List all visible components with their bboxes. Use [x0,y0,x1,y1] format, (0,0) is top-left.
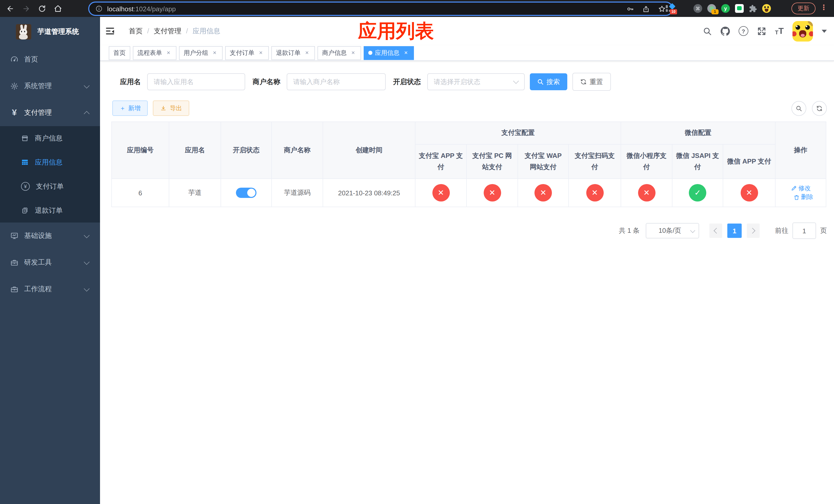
tab-merchant-info[interactable]: 商户信息 [317,46,361,60]
col-group-alipay: 支付宝配置 [415,122,621,144]
extensions-row: 10 ⌘ 1 y [666,0,771,17]
extensions-puzzle-icon[interactable] [749,4,757,13]
breadcrumb: 首页 / 支付管理 / 应用信息 [129,17,220,45]
edit-link[interactable]: 修改 [791,184,811,192]
close-icon[interactable] [258,49,264,56]
goto-page-input[interactable] [792,223,816,239]
search-button[interactable]: 搜索 [530,73,567,90]
info-icon[interactable] [95,5,103,12]
sidebar-item-refund-orders[interactable]: 退款订单 [0,199,100,223]
help-icon[interactable]: ? [739,26,748,36]
avatar-dropdown-caret-icon[interactable] [822,29,827,32]
active-dot-icon [368,51,372,55]
logo[interactable]: 芋道管理系统 [0,17,100,46]
app-name-input[interactable]: 请输入应用名 [147,73,245,90]
refresh-button[interactable] [812,101,827,116]
dashboard-icon [10,55,19,64]
pagination-total: 共 1 条 [619,226,640,235]
breadcrumb-home[interactable]: 首页 [129,26,142,36]
close-icon[interactable] [350,49,356,56]
toolbox-icon [10,258,19,267]
share-icon[interactable] [642,5,650,13]
cell-created: 2021-10-23 08:49:25 [323,179,415,207]
sidebar-fold-icon[interactable] [105,26,115,37]
export-button[interactable]: 导出 [153,100,189,116]
tab-user-group[interactable]: 用户分组 [179,46,223,60]
font-size-icon[interactable]: TT [775,27,784,36]
close-icon[interactable] [403,49,409,56]
tab-process-form[interactable]: 流程表单 [133,46,176,60]
sidebar-item-home[interactable]: 首页 [0,46,100,73]
cell-merchant: 芋道源码 [271,179,323,207]
add-button[interactable]: 新增 [112,100,148,116]
filter-label-merchant-name: 商户名称 [253,77,280,86]
key-icon[interactable] [626,5,634,13]
browser-menu-icon[interactable]: ⋮ [820,3,827,11]
download-icon [160,105,167,112]
sidebar: 芋道管理系统 首页 系统管理 ¥ 支付管理 [0,17,100,504]
sidebar-item-pay-orders[interactable]: ¥ 支付订单 [0,174,100,199]
col-header-merchant: 商户名称 [271,122,323,179]
tab-pay-orders[interactable]: 支付订单 [225,46,269,60]
bookmark-star-icon[interactable] [658,5,666,13]
user-avatar[interactable] [792,21,813,41]
extension-icon-2[interactable] [680,4,688,13]
home-icon[interactable] [54,4,62,13]
extension-icon-4[interactable]: 1 [707,4,716,13]
pencil-icon [791,185,797,191]
profile-avatar-icon[interactable] [762,4,771,13]
search-icon[interactable] [703,26,712,36]
reload-icon[interactable] [38,4,46,13]
search-icon [537,78,544,85]
next-page-button[interactable] [747,224,760,238]
col-header-name: 应用名 [169,122,221,179]
page-size-select[interactable]: 10条/页 [646,223,699,238]
tab-home[interactable]: 首页 [109,46,130,60]
table-grid-icon [21,158,29,166]
github-icon[interactable] [721,26,730,36]
merchant-name-input[interactable]: 请输入商户名称 [286,73,386,90]
sidebar-item-dev-tools[interactable]: 研发工具 [0,249,100,276]
monitor-chart-icon [10,232,19,240]
delete-link[interactable]: 删除 [793,193,813,202]
close-icon[interactable] [165,49,172,56]
sidebar-item-merchant-info[interactable]: 商户信息 [0,126,100,150]
url-bar[interactable]: localhost:1024/pay/app [88,2,673,16]
status-toggle[interactable] [236,188,257,198]
sidebar-item-payment[interactable]: ¥ 支付管理 [0,99,100,126]
extension-badge: 10 [670,9,677,14]
filter-label-app-name: 应用名 [120,77,141,86]
col-header-actions: 操作 [775,122,826,179]
close-icon[interactable] [211,49,218,56]
fullscreen-icon[interactable] [757,26,766,36]
col-header-status: 开启状态 [221,122,271,179]
hide-search-button[interactable] [791,101,806,116]
current-page-button[interactable]: 1 [727,224,742,238]
page-suffix-label: 页 [820,226,827,235]
back-icon[interactable] [6,4,14,13]
extension-icon-5[interactable]: y [721,4,730,13]
tab-refund-orders[interactable]: 退款订单 [271,46,315,60]
status-select[interactable]: 请选择开启状态 [427,73,524,90]
extension-icon-1[interactable]: 10 [666,4,675,13]
prev-page-button[interactable] [709,224,722,238]
extension-icon-3[interactable]: ⌘ [694,4,702,13]
col-header-wechat-jsapi: 微信 JSAPI 支付 [672,144,723,179]
sidebar-item-system[interactable]: 系统管理 [0,73,100,99]
sidebar-item-app-info[interactable]: 应用信息 [0,150,100,174]
col-header-wechat-app: 微信 APP 支付 [723,144,775,179]
sidebar-item-workflow[interactable]: 工作流程 [0,276,100,302]
chevron-left-icon [714,228,720,234]
chevron-down-icon [513,78,519,84]
browser-update-button[interactable]: 更新 [791,3,815,14]
extension-icon-6[interactable] [735,4,744,13]
reset-button[interactable]: 重置 [572,73,611,91]
sidebar-item-infrastructure[interactable]: 基础设施 [0,223,100,249]
tab-app-info[interactable]: 应用信息 [364,46,414,60]
close-icon[interactable] [304,49,310,56]
tags-view-bar: 首页 流程表单 用户分组 支付订单 退款订单 商户信息 应用信息 [100,45,834,61]
navbar: 首页 / 支付管理 / 应用信息 应用列表 ? TT [100,17,834,45]
page-overlay-title: 应用列表 [358,22,434,41]
breadcrumb-section[interactable]: 支付管理 [154,26,181,36]
forward-icon[interactable] [22,4,30,13]
